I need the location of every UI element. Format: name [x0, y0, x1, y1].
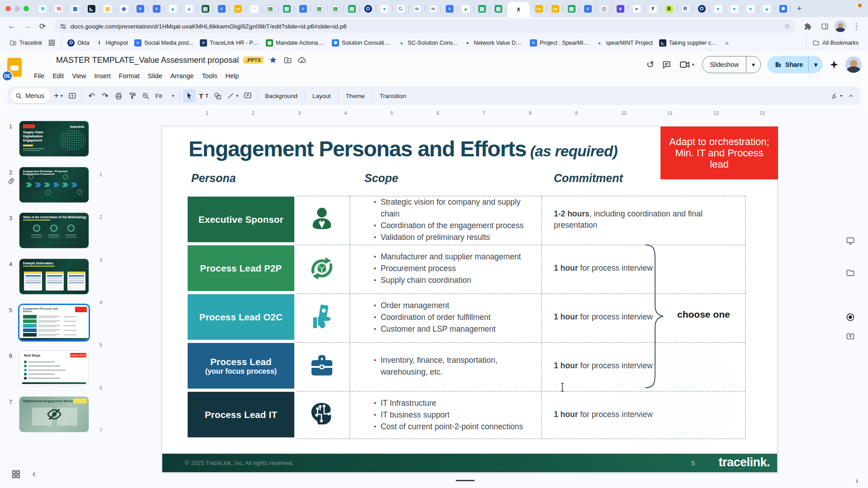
slideshow-label[interactable]: Slideshow: [703, 56, 746, 73]
screen-share-icon[interactable]: [844, 331, 856, 343]
thumbnail-slide-7[interactable]: Digitalization-Engagement Model: [19, 397, 89, 432]
menu-arrange[interactable]: Arrange: [166, 70, 198, 81]
bookmark-item[interactable]: ▤Mandate Actionabi...: [263, 38, 329, 48]
tab[interactable]: ▭: [230, 0, 246, 17]
maximize-window-icon[interactable]: [24, 6, 29, 11]
apps-grid-icon[interactable]: [45, 38, 58, 47]
share-label[interactable]: Share: [785, 61, 803, 68]
tab[interactable]: OI: [425, 0, 441, 17]
version-history-icon[interactable]: ↺: [645, 60, 655, 70]
slide-canvas[interactable]: Engagement Personas and Efforts (as requ…: [162, 126, 778, 473]
tab[interactable]: ✱: [34, 0, 51, 17]
tab[interactable]: ≡: [213, 0, 230, 17]
print-button[interactable]: [113, 89, 125, 103]
bookmark-item[interactable]: ▲SC-Solution Cons...: [395, 38, 461, 48]
scope-cell[interactable]: Manufacturer and supplier managementProc…: [349, 245, 541, 291]
tab[interactable]: ≡: [580, 0, 596, 17]
site-settings-icon[interactable]: [60, 23, 66, 30]
tab[interactable]: ▤: [327, 0, 344, 17]
layout-button[interactable]: Layout: [308, 89, 335, 103]
browser-profile-avatar[interactable]: [835, 20, 846, 32]
tab[interactable]: ◣: [83, 0, 99, 17]
forward-button[interactable]: →: [20, 19, 34, 33]
tab[interactable]: ▲: [165, 0, 181, 17]
collapse-filmstrip-icon[interactable]: ‹: [33, 469, 36, 479]
present-to-meet-icon[interactable]: [844, 235, 856, 247]
zoom-icon[interactable]: [140, 89, 152, 103]
bookmark-item[interactable]: ≡Social Media post...: [131, 38, 197, 48]
url-text[interactable]: docs.google.com/presentation/d/1HMqat-ux…: [71, 23, 780, 30]
extensions-puzzle-icon[interactable]: [800, 19, 815, 33]
tab[interactable]: ≡: [441, 0, 458, 17]
persona-cell[interactable]: Process Lead P2P: [188, 245, 294, 291]
macos-window-controls[interactable]: [5, 6, 29, 11]
tab[interactable]: @: [596, 0, 612, 17]
side-panel-icon[interactable]: [817, 19, 832, 33]
tab[interactable]: ●: [710, 0, 726, 17]
tab[interactable]: O: [360, 0, 376, 17]
editing-mode-dropdown[interactable]: ▾: [829, 89, 844, 103]
tab[interactable]: ▦: [67, 0, 83, 17]
menu-edit[interactable]: Edit: [48, 70, 68, 81]
thumbnail-slide-4[interactable]: Example Deliverables: [19, 259, 89, 294]
tab[interactable]: ▤: [490, 0, 506, 17]
persona-cell[interactable]: Process Lead(your focus process): [188, 343, 294, 389]
present-frame-icon[interactable]: [66, 89, 79, 103]
bookmark-item[interactable]: ✱Solution Consultin...: [329, 38, 395, 48]
account-avatar[interactable]: [845, 56, 862, 73]
persona-cell[interactable]: Process Lead IT: [188, 392, 294, 437]
tab[interactable]: ▲: [181, 0, 197, 17]
tab[interactable]: ◔: [246, 0, 262, 17]
managed-bookmarks-folder[interactable]: Tracelink: [6, 38, 45, 48]
bookmark-item[interactable]: ≡Project : SpearMIN...: [527, 38, 593, 48]
menus-search-button[interactable]: Menus: [11, 89, 51, 103]
menu-slide[interactable]: Slide: [144, 70, 166, 81]
speaker-notes-handle[interactable]: [456, 480, 475, 481]
insert-comment-icon[interactable]: [241, 89, 254, 103]
slide-title-suffix[interactable]: (as required): [526, 143, 618, 160]
tab[interactable]: ▭: [547, 0, 563, 17]
scope-cell[interactable]: Strategic vision for company and supply …: [349, 197, 541, 242]
all-bookmarks-button[interactable]: All Bookmarks: [809, 38, 862, 48]
tab[interactable]: G: [392, 0, 409, 17]
commitment-cell[interactable]: 1-2 hours, including coordination and fi…: [541, 197, 745, 242]
tab[interactable]: OI: [409, 0, 425, 17]
column-header-persona[interactable]: Persona: [191, 172, 236, 185]
annotation-box[interactable]: Adapt to orchestration; Min. IT and Proc…: [660, 127, 778, 179]
bookmark-star-icon[interactable]: ☆: [784, 22, 790, 30]
slideshow-dropdown[interactable]: ▾: [746, 56, 760, 73]
move-to-folder-icon[interactable]: [283, 55, 292, 65]
new-tab-button[interactable]: +: [793, 2, 806, 15]
persona-cell[interactable]: Process Lead O2C: [188, 294, 294, 340]
menu-format[interactable]: Format: [115, 70, 144, 81]
text-box-tool[interactable]: TT: [197, 89, 210, 103]
grid-view-icon[interactable]: [12, 470, 20, 479]
slide-title[interactable]: Engagement Personas and Efforts (as requ…: [189, 136, 618, 161]
expand-side-panel-icon[interactable]: ›: [855, 475, 859, 486]
tab[interactable]: ↟: [645, 0, 661, 17]
bookmark-item[interactable]: ▲spearMINT Project: [593, 38, 656, 48]
line-tool[interactable]: ▾: [225, 89, 241, 103]
comments-icon[interactable]: [661, 60, 671, 70]
cloud-status-icon[interactable]: [297, 55, 307, 65]
share-button[interactable]: Share ▾: [767, 56, 823, 73]
tab[interactable]: ▭: [531, 0, 547, 17]
scope-cell[interactable]: Order managementCoordination of order fu…: [349, 294, 541, 340]
folder-rail-icon[interactable]: [844, 267, 856, 279]
thumbnail-slide-1[interactable]: Supply Chain Digitalization Engagement t…: [19, 121, 89, 156]
thumbnail-slide-3[interactable]: Value is the Cornerstone of Our Methodol…: [19, 213, 89, 248]
menu-tools[interactable]: Tools: [198, 70, 222, 81]
tab[interactable]: ✱: [775, 0, 791, 17]
bookmark-item[interactable]: OOkta: [64, 38, 92, 48]
bookmark-item[interactable]: ≡TraceLink HR - Pe...: [197, 38, 263, 48]
tab[interactable]: ≡: [295, 0, 311, 17]
tab[interactable]: ≡: [132, 0, 148, 17]
join-call-icon[interactable]: ▾: [678, 60, 696, 70]
collapse-toolbar-icon[interactable]: [844, 89, 857, 103]
background-button[interactable]: Background: [261, 89, 302, 103]
gemini-spark-icon[interactable]: [829, 60, 839, 70]
tab[interactable]: O: [693, 0, 710, 17]
new-slide-button[interactable]: +▾: [52, 89, 65, 103]
tab-active[interactable]: X: [507, 2, 530, 17]
scope-cell[interactable]: IT InfrastructureIT business supportCost…: [349, 392, 541, 437]
